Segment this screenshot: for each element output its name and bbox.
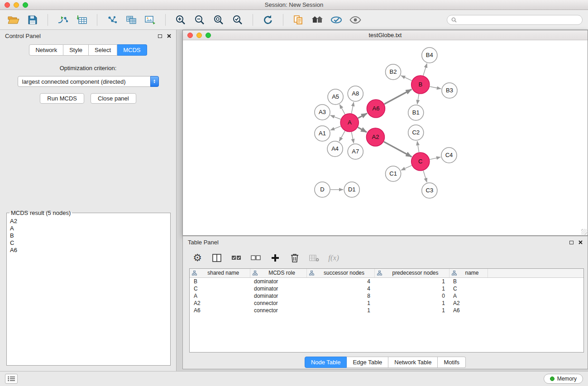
table-row[interactable]: A2connector11A2 bbox=[190, 300, 583, 307]
graph-edge-B-B2[interactable] bbox=[401, 76, 412, 81]
table-row[interactable]: Cdominator41C bbox=[190, 285, 583, 292]
graph-node-A[interactable]: A bbox=[340, 114, 359, 132]
graph-edge-A-A5[interactable] bbox=[339, 105, 345, 114]
copy-pages-button[interactable] bbox=[290, 12, 306, 28]
table-cell[interactable]: A6 bbox=[449, 307, 488, 314]
network-window-titlebar[interactable]: testGlobe.txt bbox=[183, 30, 588, 40]
float-panel-icon[interactable] bbox=[158, 34, 162, 38]
graph-node-C4[interactable]: C4 bbox=[441, 148, 457, 163]
zoom-in-button[interactable] bbox=[172, 12, 189, 28]
table-cell[interactable]: B bbox=[190, 277, 250, 285]
graph-edge-B-B1[interactable] bbox=[417, 94, 419, 105]
graph-edge-A-A3[interactable] bbox=[330, 115, 341, 119]
table-row[interactable]: Bdominator41B bbox=[190, 277, 583, 285]
add-row-button[interactable] bbox=[270, 251, 281, 265]
table-cell[interactable]: dominator bbox=[250, 277, 306, 285]
tab-style[interactable]: Style bbox=[63, 44, 89, 56]
graph-node-A7[interactable]: A7 bbox=[348, 144, 363, 159]
table-cell[interactable]: 1 bbox=[306, 300, 374, 307]
table-cell[interactable]: A bbox=[190, 292, 250, 300]
graph-edge-A2-C[interactable] bbox=[384, 142, 412, 157]
graph-node-C1[interactable]: C1 bbox=[386, 166, 401, 181]
mcds-result-item[interactable]: C bbox=[10, 239, 167, 247]
graph-node-A2[interactable]: A2 bbox=[366, 128, 384, 146]
clone-network-button[interactable] bbox=[123, 12, 139, 28]
network-window[interactable]: testGlobe.txt B4B2BB3A5A8A6A3B1AC2A1A2A4… bbox=[182, 30, 588, 236]
graph-node-A3[interactable]: A3 bbox=[315, 105, 330, 120]
run-mcds-button[interactable]: Run MCDS bbox=[40, 93, 84, 104]
tab-select[interactable]: Select bbox=[89, 44, 117, 56]
graph-node-B4[interactable]: B4 bbox=[422, 48, 437, 63]
close-panel-button[interactable]: Close panel bbox=[91, 93, 136, 104]
table-cell[interactable]: A2 bbox=[449, 300, 488, 307]
table-cell[interactable]: 1 bbox=[306, 307, 374, 314]
table-cell[interactable]: 4 bbox=[306, 277, 374, 285]
table-row[interactable]: A6connector11A6 bbox=[190, 307, 583, 314]
table-cell[interactable]: A2 bbox=[190, 300, 250, 307]
graph-node-C2[interactable]: C2 bbox=[408, 125, 424, 140]
table-cell[interactable]: A6 bbox=[190, 307, 250, 314]
graph-node-A6[interactable]: A6 bbox=[367, 100, 385, 118]
graph-edge-A-A8[interactable] bbox=[351, 102, 354, 114]
open-folder-button[interactable] bbox=[5, 12, 22, 28]
network-graph[interactable]: B4B2BB3A5A8A6A3B1AC2A1A2A4A7C4CC1DD1C3 bbox=[183, 40, 588, 235]
table-cell[interactable]: 1 bbox=[374, 277, 449, 285]
graph-node-B3[interactable]: B3 bbox=[442, 83, 457, 98]
close-panel-icon[interactable] bbox=[167, 34, 171, 38]
graph-edge-B-B3[interactable] bbox=[430, 86, 441, 89]
graph-node-B[interactable]: B bbox=[411, 76, 430, 94]
table-tab-edge-table[interactable]: Edge Table bbox=[347, 357, 388, 368]
column-header-mcds-role[interactable]: MCDS role bbox=[250, 269, 306, 277]
table-cell[interactable]: B bbox=[449, 277, 488, 285]
memory-button[interactable]: Memory bbox=[544, 374, 583, 384]
table-row[interactable]: Adominator80A bbox=[190, 292, 583, 300]
graph-edge-A-A4[interactable] bbox=[339, 131, 345, 141]
select-all-button[interactable] bbox=[231, 251, 242, 265]
table-cell[interactable]: connector bbox=[250, 300, 306, 307]
mcds-result-item[interactable]: A6 bbox=[10, 247, 167, 254]
graph-edge-A-A2[interactable] bbox=[358, 127, 367, 132]
table-cell[interactable]: 1 bbox=[374, 300, 449, 307]
table-cell[interactable]: 1 bbox=[374, 307, 449, 314]
graph-edge-A6-B[interactable] bbox=[384, 90, 411, 105]
mcds-result-item[interactable]: A2 bbox=[10, 218, 167, 225]
graph-node-A5[interactable]: A5 bbox=[328, 89, 343, 105]
details-check-button[interactable] bbox=[328, 12, 344, 28]
graph-edge-B-B4[interactable] bbox=[423, 63, 427, 76]
window-titlebar[interactable]: Session: New Session bbox=[0, 0, 588, 10]
graph-node-D[interactable]: D bbox=[315, 182, 330, 197]
table-cell[interactable]: C bbox=[449, 285, 488, 292]
zoom-window-button[interactable] bbox=[23, 2, 28, 8]
graph-edge-C-C4[interactable] bbox=[430, 157, 440, 159]
save-button[interactable] bbox=[24, 12, 41, 28]
graph-node-C[interactable]: C bbox=[411, 152, 430, 171]
table-cell[interactable]: 1 bbox=[374, 285, 449, 292]
table-cell[interactable]: 0 bbox=[374, 292, 449, 300]
graph-node-B2[interactable]: B2 bbox=[386, 64, 401, 80]
columns-button[interactable] bbox=[211, 251, 222, 265]
tab-network[interactable]: Network bbox=[29, 44, 63, 56]
graph-node-C3[interactable]: C3 bbox=[422, 183, 437, 198]
graph-edge-C-C2[interactable] bbox=[417, 141, 419, 152]
deselect-all-button[interactable] bbox=[250, 251, 261, 265]
tab-mcds[interactable]: MCDS bbox=[117, 44, 147, 56]
search-input[interactable] bbox=[459, 17, 578, 23]
mcds-result-item[interactable]: B bbox=[10, 232, 167, 239]
optimization-dropdown[interactable]: largest connected component (directed) ▲… bbox=[18, 76, 159, 87]
mcds-result-list[interactable]: A2ABCA6 bbox=[8, 217, 169, 360]
table-tab-network-table[interactable]: Network Table bbox=[388, 357, 438, 368]
node-table-container[interactable]: shared nameMCDS rolesuccessor nodesprede… bbox=[189, 268, 584, 353]
graph-node-D1[interactable]: D1 bbox=[344, 182, 359, 197]
graph-edge-A-A1[interactable] bbox=[330, 126, 341, 130]
mcds-result-item[interactable]: A bbox=[10, 225, 167, 232]
search-field[interactable] bbox=[447, 15, 583, 25]
column-header-successor-nodes[interactable]: successor nodes bbox=[306, 269, 374, 277]
home-button[interactable] bbox=[309, 12, 325, 28]
table-cell[interactable]: dominator bbox=[250, 285, 306, 292]
gear-button[interactable]: ⚙ bbox=[192, 251, 203, 265]
column-header-name[interactable]: name bbox=[449, 269, 488, 277]
new-network-button[interactable] bbox=[104, 12, 120, 28]
delete-row-button[interactable] bbox=[289, 251, 300, 265]
graph-edge-C-C1[interactable] bbox=[401, 166, 412, 171]
table-cell[interactable]: dominator bbox=[250, 292, 306, 300]
